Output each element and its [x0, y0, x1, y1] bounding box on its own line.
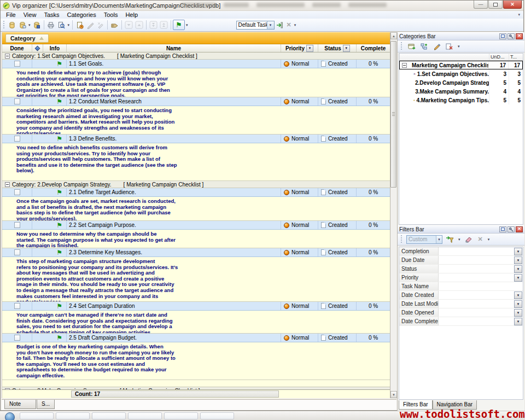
column-priority[interactable]: Priority▼	[281, 44, 318, 52]
column-info[interactable]: Info	[43, 44, 67, 52]
new-database-icon[interactable]	[7, 20, 17, 30]
scroll-up-icon[interactable]: ▲	[390, 32, 397, 39]
task-view-dropdown-icon[interactable]: ▼	[267, 21, 274, 29]
column-priority-flag[interactable]	[32, 44, 43, 52]
new-subcategory-icon[interactable]	[419, 41, 429, 51]
maximize-button[interactable]	[488, 1, 503, 9]
taskbar-app-button[interactable]	[20, 412, 54, 419]
filters-toolbar-dropdown-icon[interactable]: ▾	[487, 237, 491, 242]
task-row[interactable]: ⚑ 1.2 Conduct Market Research Normal Cre…	[2, 97, 390, 106]
column-done[interactable]: Done	[2, 44, 32, 52]
float-panel-icon[interactable]	[499, 33, 506, 39]
edit-task-icon[interactable]	[85, 20, 95, 30]
task-row[interactable]: ⚑ 2.1 Define Target Audience. Normal Cre…	[2, 188, 390, 197]
filter-value[interactable]	[439, 300, 514, 308]
filter-value[interactable]	[439, 256, 514, 264]
minimize-button[interactable]: —	[474, 1, 488, 9]
filter-preset-combobox[interactable]: Custom ▼	[406, 235, 442, 244]
taskbar-app-button[interactable]	[92, 412, 126, 419]
filter-dropdown-icon[interactable]: ▼	[514, 309, 522, 317]
apply-view-icon[interactable]	[275, 20, 285, 30]
remove-filter-icon[interactable]: ✕	[476, 236, 485, 243]
menu-tools[interactable]: Tools	[100, 11, 122, 19]
task-description-row[interactable]: Considering the prioritized goals, you n…	[2, 106, 390, 135]
filter-dropdown-icon[interactable]: ▼	[514, 318, 522, 325]
task-checkbox[interactable]	[14, 189, 20, 195]
collapse-group-icon[interactable]	[5, 54, 10, 59]
task-name[interactable]: 2.4 Set Campaign Duration	[67, 302, 281, 310]
print-preview-icon[interactable]	[56, 20, 67, 30]
tab-note[interactable]: Note	[4, 400, 36, 409]
task-description-row[interactable]: Once the campaign goals are set, market …	[2, 197, 390, 221]
move-bottom-icon[interactable]	[148, 20, 159, 30]
flag-filter-button[interactable]: ⚑	[173, 20, 185, 30]
task-row[interactable]: ⚑ 1.1 Set Goals. Normal Created 0 %	[2, 60, 390, 68]
category-group-row[interactable]: Category: 2.Develop Campaign Strategy. […	[2, 181, 390, 188]
taskbar-app-button[interactable]	[200, 412, 234, 419]
category-group-row[interactable]: Category: 1.Set Campaign Objectives. [ M…	[2, 52, 390, 60]
task-name[interactable]: 1.2 Conduct Market Research	[67, 97, 281, 106]
task-checkbox[interactable]	[14, 249, 20, 255]
move-down-icon[interactable]	[124, 20, 134, 30]
task-row[interactable]: ⚑ 2.5 Draft Campaign Budget. Normal Crea…	[2, 334, 390, 342]
close-button[interactable]: ✕	[503, 1, 522, 9]
delete-task-icon[interactable]	[95, 20, 106, 30]
print-icon[interactable]	[46, 20, 56, 30]
column-name[interactable]: Name	[67, 44, 281, 52]
filter-value[interactable]	[439, 265, 514, 273]
column-undone[interactable]: UnD...	[489, 54, 509, 60]
group-by-category-chip[interactable]: Category	[5, 34, 49, 43]
task-row[interactable]: ⚑ 1.3 Define Benefits. Normal Created 0 …	[2, 135, 390, 143]
new-category-icon[interactable]	[406, 41, 417, 51]
task-name[interactable]: 1.1 Set Goals.	[67, 60, 281, 68]
filter-dropdown-icon[interactable]: ▼	[514, 291, 522, 299]
task-checkbox[interactable]	[14, 335, 20, 341]
start-orb-icon[interactable]	[5, 412, 15, 420]
tree-item-category[interactable]: 1.Set Campaign Objectives. 3 3	[399, 69, 523, 78]
menu-file[interactable]: File	[2, 11, 20, 19]
task-description-row[interactable]: This step of marketing campaign structur…	[2, 257, 390, 302]
apply-filter-dropdown-icon[interactable]: ▾	[457, 237, 462, 242]
flag-filter-dropdown-icon[interactable]: ▾	[185, 23, 189, 27]
close-panel-icon[interactable]: ✕	[516, 33, 523, 39]
filter-dropdown-icon[interactable]: ▼	[514, 248, 522, 255]
menu-overflow-chevron-icon[interactable]: ▾	[518, 13, 520, 17]
task-description-row[interactable]: Your campaign can’t be managed if there’…	[2, 311, 390, 334]
collapse-tree-icon[interactable]	[402, 63, 407, 68]
clear-view-icon[interactable]: ✕	[285, 21, 293, 28]
tag-icon[interactable]	[109, 20, 120, 30]
menu-tasks[interactable]: Tasks	[40, 11, 63, 19]
filter-value[interactable]	[439, 308, 514, 317]
tree-item-category[interactable]: 2.Develop Campaign Strategy. 5 5	[399, 78, 523, 87]
pin-panel-icon[interactable]	[508, 226, 515, 232]
edit-category-icon[interactable]	[431, 41, 442, 51]
open-database-icon[interactable]	[17, 20, 27, 30]
delete-category-icon[interactable]	[444, 41, 454, 51]
move-top-icon[interactable]	[159, 20, 169, 30]
move-up-icon[interactable]	[134, 20, 144, 30]
taskbar-app-button[interactable]	[56, 412, 90, 419]
tab-s[interactable]: S...	[37, 400, 55, 409]
task-checkbox[interactable]	[14, 303, 20, 309]
view-toolbar-dropdown-icon[interactable]: ▾	[293, 23, 298, 27]
column-complete[interactable]: Complete	[357, 44, 390, 52]
tree-item-root[interactable]: Marketing Campaign Checklist 17 17	[399, 61, 523, 69]
task-row[interactable]: ⚑ 2.2 Set Campaign Purpose. Normal Creat…	[2, 221, 390, 230]
filter-preset-dropdown-icon[interactable]: ▼	[436, 236, 442, 243]
column-status[interactable]: Status▼	[318, 44, 357, 52]
vertical-scrollbar[interactable]: ▲ ▼	[390, 32, 396, 398]
scrollbar-thumb[interactable]	[390, 41, 396, 188]
task-checkbox[interactable]	[14, 136, 20, 142]
filter-value[interactable]	[439, 247, 514, 255]
save-database-icon[interactable]	[32, 20, 42, 30]
task-name[interactable]: 1.3 Define Benefits.	[67, 135, 281, 143]
task-checkbox[interactable]	[14, 98, 20, 104]
taskbar-app-button[interactable]	[128, 412, 162, 419]
filter-dropdown-icon[interactable]: ▼	[514, 256, 522, 264]
tree-item-category[interactable]: 3.Make Campaign Summary. 4 4	[399, 87, 523, 96]
task-name[interactable]: 2.2 Set Campaign Purpose.	[67, 221, 281, 229]
open-database-dropdown-icon[interactable]: ▾	[27, 23, 32, 27]
filter-dropdown-icon[interactable]: ▼	[514, 274, 522, 282]
task-description-row[interactable]: Now you need to determine why the campai…	[2, 230, 390, 248]
taskbar-app-button[interactable]	[164, 412, 198, 419]
